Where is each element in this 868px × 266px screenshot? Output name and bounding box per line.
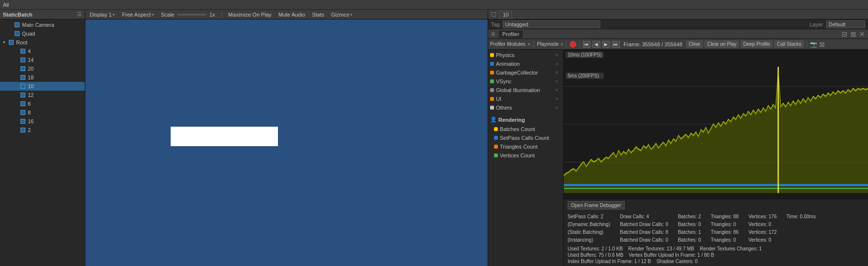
profiler-module-vsync[interactable]: VSync ≡ bbox=[488, 77, 563, 86]
used-buffers: Used Buffers: 75 / 0.6 MB bbox=[568, 252, 623, 258]
hierarchy-item-2[interactable]: 2 bbox=[0, 126, 85, 134]
triangles-86: Triangles: 86 bbox=[710, 228, 738, 236]
scale-slider[interactable] bbox=[177, 14, 206, 16]
call-stacks-button[interactable]: Call Stacks bbox=[774, 40, 804, 48]
profiler-module-gi[interactable]: Global Illumination ≡ bbox=[488, 86, 563, 95]
frame-prev-btn[interactable]: ◀ bbox=[592, 41, 600, 48]
tag-dropdown[interactable]: Untagged bbox=[503, 20, 600, 28]
vertices-176: Vertices: 176 bbox=[749, 213, 777, 221]
hierarchy-title: StaticBatch bbox=[3, 12, 33, 18]
open-frame-debugger-btn[interactable]: Open Frame Debugger bbox=[568, 201, 625, 209]
chart-svg bbox=[564, 50, 868, 199]
hierarchy-item-4[interactable]: 4 bbox=[0, 47, 85, 56]
profiler-module-batches[interactable]: Batches Count bbox=[488, 125, 563, 133]
minimize-icon[interactable]: ⊟ bbox=[842, 30, 848, 38]
main-layout: StaticBatch ☰ Main Camera Quad ▼ Root bbox=[0, 10, 868, 266]
hierarchy-item-10[interactable]: 10 bbox=[0, 82, 85, 91]
ui-color bbox=[490, 97, 494, 101]
setpass-label: SetPass Calls Count bbox=[500, 135, 561, 141]
aspect-selector[interactable]: Free Aspect ▾ bbox=[120, 12, 156, 18]
hierarchy-item-name: 6 bbox=[28, 101, 31, 107]
col-6: Time: 0.00ms bbox=[787, 213, 816, 244]
col-2: Draw Calls: 4 Batched Draw Calls: 0 Batc… bbox=[620, 213, 668, 244]
frame-next-btn[interactable]: ▶ bbox=[602, 41, 610, 48]
hierarchy-item-maincamera[interactable]: Main Camera bbox=[0, 20, 85, 29]
profiler-sidebar: Physics ≡ Animation ≡ GarbageCollector ≡ bbox=[488, 50, 564, 266]
batches-0b: Batches: 0 bbox=[678, 236, 701, 244]
profiler-module-physics[interactable]: Physics ≡ bbox=[488, 51, 563, 59]
others-label: Others bbox=[496, 105, 555, 111]
cube-icon bbox=[20, 100, 26, 107]
gc-menu-icon[interactable]: ≡ bbox=[555, 70, 561, 75]
ui-label: UI bbox=[496, 96, 555, 102]
gc-label: GarbageCollector bbox=[496, 70, 555, 76]
col-4: Triangles: 88 Triangles: 0 Triangles: 86… bbox=[710, 213, 738, 244]
hierarchy-item-20[interactable]: 20 bbox=[0, 64, 85, 73]
gizmos-label: Gizmos bbox=[331, 12, 349, 18]
frame-end-btn[interactable]: ⏭ bbox=[612, 41, 620, 48]
gizmos-btn[interactable]: Gizmos ▾ bbox=[330, 12, 354, 18]
profiler-module-ui[interactable]: UI ≡ bbox=[488, 95, 563, 103]
hierarchy-item-18[interactable]: 18 bbox=[0, 73, 85, 82]
mute-audio-btn[interactable]: Mute Audio bbox=[277, 12, 307, 18]
record-button[interactable] bbox=[570, 41, 576, 48]
hierarchy-item-name: 2 bbox=[28, 127, 31, 133]
layer-dropdown[interactable]: Default bbox=[826, 20, 865, 28]
triangles-0a: Triangles: 0 bbox=[710, 221, 738, 228]
maximize-on-play-btn[interactable]: Maximize On Play bbox=[227, 12, 273, 18]
render-textures-changes: Render Textures Changes: 1 bbox=[700, 246, 762, 251]
profiler-module-animation[interactable]: Animation ≡ bbox=[488, 59, 563, 68]
deep-profile-button[interactable]: Deep Profile bbox=[741, 40, 772, 48]
others-menu-icon[interactable]: ≡ bbox=[555, 105, 561, 110]
batches-label: Batches Count bbox=[500, 126, 561, 132]
hierarchy-item-quad[interactable]: Quad bbox=[0, 29, 85, 38]
triangles-label: Triangles Count bbox=[500, 144, 561, 150]
hierarchy-item-16[interactable]: 16 bbox=[0, 117, 85, 126]
maximize-icon[interactable]: ⊠ bbox=[850, 30, 856, 38]
profiler-module-gc[interactable]: GarbageCollector ≡ bbox=[488, 68, 563, 77]
profiler-module-setpass[interactable]: SetPass Calls Count bbox=[488, 133, 563, 142]
aspect-label: Free Aspect bbox=[122, 12, 151, 18]
stats-btn[interactable]: Stats bbox=[311, 12, 326, 18]
vsync-menu-icon[interactable]: ≡ bbox=[555, 79, 561, 84]
animation-label: Animation bbox=[496, 61, 555, 67]
checkbox-icon[interactable]: ☐ bbox=[491, 11, 496, 18]
frame-info: Frame: 355648 / 355648 bbox=[624, 41, 683, 47]
profiler-module-vertices[interactable]: Vertices Count bbox=[488, 151, 563, 160]
animation-menu-icon[interactable]: ≡ bbox=[555, 61, 561, 66]
profiler-chart-canvas[interactable]: 10ms (100FPS) 5ms (200FPS) bbox=[564, 50, 868, 199]
layer-label: Layer bbox=[809, 21, 823, 27]
close-icon[interactable]: ✕ bbox=[859, 30, 865, 38]
hierarchy-item-14[interactable]: 14 bbox=[0, 56, 85, 64]
stats-row-3: Used Buffers: 75 / 0.6 MB Vertex Buffer … bbox=[568, 252, 864, 258]
chevron-down-icon: ▾ bbox=[350, 12, 353, 17]
display-selector[interactable]: Display 1 ▾ bbox=[88, 12, 117, 18]
batched-draw-calls-8: Batched Draw Calls: 8 bbox=[620, 228, 668, 236]
profiler-module-triangles[interactable]: Triangles Count bbox=[488, 142, 563, 151]
others-color bbox=[490, 106, 494, 110]
physics-menu-icon[interactable]: ≡ bbox=[555, 53, 561, 57]
rendering-section-header[interactable]: 👤 Rendering bbox=[488, 115, 563, 125]
chevron-down-icon[interactable]: ▾ bbox=[528, 42, 531, 47]
frame-begin-btn[interactable]: ⏮ bbox=[583, 41, 591, 48]
profiler-module-others[interactable]: Others ≡ bbox=[488, 103, 563, 112]
hierarchy-item-8[interactable]: 8 bbox=[0, 108, 85, 117]
screenshot-icon[interactable]: 📷 bbox=[810, 41, 817, 48]
hierarchy-item-root[interactable]: ▼ Root bbox=[0, 38, 85, 47]
gi-menu-icon[interactable]: ≡ bbox=[555, 88, 561, 93]
gi-color bbox=[490, 88, 494, 92]
toolbar-separator bbox=[579, 41, 580, 48]
hierarchy-item-6[interactable]: 6 bbox=[0, 99, 85, 108]
vsync-label: VSync bbox=[496, 78, 555, 84]
col-5: Vertices: 176 Vertices: 0 Vertices: 172 … bbox=[749, 213, 777, 244]
clear-on-play-button[interactable]: Clear on Play bbox=[705, 40, 739, 48]
triangles-0b: Triangles: 0 bbox=[710, 236, 738, 244]
hierarchy-item-12[interactable]: 12 bbox=[0, 91, 85, 99]
profiler-tab[interactable]: Profiler bbox=[498, 30, 524, 38]
hierarchy-menu-icon[interactable]: ☰ bbox=[77, 11, 82, 18]
chevron-down-icon[interactable]: ▾ bbox=[561, 42, 563, 47]
ui-menu-icon[interactable]: ≡ bbox=[555, 96, 561, 101]
cube-icon bbox=[20, 92, 26, 98]
maximize-profiler-icon[interactable]: ⊠ bbox=[819, 40, 825, 48]
clear-button[interactable]: Clear bbox=[686, 40, 703, 48]
